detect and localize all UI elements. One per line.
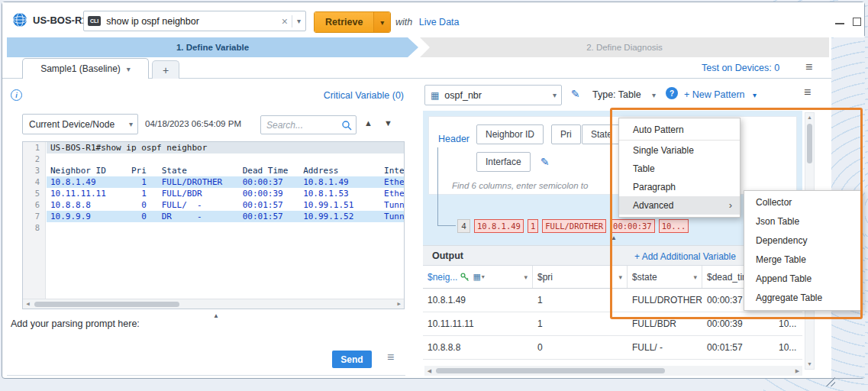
info-icon[interactable]: i — [11, 89, 22, 101]
menu-item-table[interactable]: Table — [619, 160, 740, 178]
search-input[interactable] — [261, 120, 341, 131]
matched-cell[interactable]: 10.8.1.49 — [474, 219, 524, 233]
add-sample-tab-button[interactable]: + — [152, 60, 179, 79]
pattern-menu-icon[interactable]: ≡ — [804, 86, 811, 99]
key-grid-chevron-icon[interactable]: ▾ — [482, 273, 485, 280]
edit-variable-pencil-icon[interactable]: ✎ — [571, 88, 580, 100]
menu-item-paragraph[interactable]: Paragraph — [619, 178, 740, 196]
variable-select-chevron-icon[interactable]: ▾ — [548, 91, 561, 99]
command-combobox[interactable]: CLI show ip ospf neighbor × ▾ — [83, 11, 306, 31]
edit-columns-pencil-icon[interactable]: ✎ — [540, 156, 550, 168]
maximize-icon[interactable] — [853, 18, 861, 26]
retrieve-split-button[interactable]: Retrieve ▾ — [314, 11, 391, 33]
table-row[interactable]: 10.8.8.8 0 FULL/ - 00:01:57 10... — [423, 336, 802, 360]
new-pattern-chevron-icon[interactable]: ▾ — [753, 91, 757, 99]
key-table-grid-icon[interactable]: ▦ — [473, 272, 480, 282]
code-line[interactable]: US-BOS-R1#show ip ospf neighbor — [47, 142, 404, 153]
retrieve-dropdown-chevron-icon[interactable]: ▾ — [373, 12, 390, 32]
column-chevron-icon[interactable]: ▾ — [524, 273, 528, 281]
menu-item-auto-pattern[interactable]: Auto Pattern — [619, 121, 740, 139]
search-icon[interactable] — [341, 120, 352, 131]
code-line[interactable]: Neighbor ID Pri State Dead Time Address … — [47, 165, 404, 176]
pattern-collapse-handle[interactable]: ▲ — [611, 234, 617, 241]
sample-tab-bar: Sample1 (Baseline) ▾ + Test on Devices: … — [2, 57, 831, 79]
scroll-right-icon[interactable]: ▶ — [792, 366, 802, 376]
cell-pri: 1 — [533, 289, 628, 312]
code-line[interactable]: 10.11.11.11 1 FULL/BDR 00:00:39 10.8.1.5… — [47, 188, 404, 199]
minimize-icon[interactable] — [835, 23, 844, 24]
critical-variable-link[interactable]: Critical Variable (0) — [324, 90, 404, 101]
table-row[interactable]: 10.11.11.11 1 FULL/BDR 00:00:39 10... — [423, 312, 802, 336]
column-button-neighbor-id[interactable]: Neighbor ID — [476, 124, 544, 144]
matched-cell[interactable]: 10... — [659, 219, 689, 233]
column-chevron-icon[interactable]: ▾ — [618, 273, 622, 281]
type-label: Type: Table — [592, 89, 641, 100]
output-horizontal-scrollbar[interactable]: ◀ ▶ — [424, 366, 802, 376]
menu-item-aggregate-table[interactable]: Aggregate Table — [744, 289, 861, 308]
column-header-state[interactable]: $state ▾ — [628, 266, 702, 288]
scroll-up-icon[interactable]: ▲ — [805, 113, 814, 122]
menu-item-single-variable[interactable]: Single Variable — [619, 141, 740, 160]
column-button-pri[interactable]: Pri — [551, 124, 581, 144]
type-chevron-icon[interactable]: ▾ — [652, 91, 656, 99]
sample-timestamp: 04/18/2023 06:54:09 PM — [145, 119, 241, 128]
column-header-neighbor[interactable]: $neig... ▦ ▾ ▾ — [423, 266, 533, 288]
scroll-right-icon[interactable]: ▶ — [394, 299, 404, 309]
live-data-link[interactable]: Live Data — [419, 17, 460, 27]
menu-item-dependency[interactable]: Dependency — [744, 231, 861, 250]
search-box[interactable] — [260, 115, 357, 134]
submenu-arrow-icon: › — [729, 196, 732, 215]
menu-item-advanced[interactable]: Advanced › — [619, 196, 740, 215]
scroll-left-icon[interactable]: ◀ — [424, 366, 434, 376]
matched-cell[interactable]: 00:00:37 — [610, 219, 655, 233]
variable-select[interactable]: ▦ ospf_nbr ▾ — [424, 85, 562, 105]
device-node-select[interactable]: Current Device/Node ▾ — [22, 114, 138, 134]
menu-item-json-table[interactable]: Json Table — [744, 212, 861, 231]
cell-dead-time: 00:00:39 — [702, 312, 774, 335]
tab-row-menu-icon[interactable]: ≡ — [805, 60, 812, 74]
matched-line-number: 4 — [457, 219, 470, 233]
scroll-down-icon[interactable]: ▼ — [805, 360, 814, 369]
scrollbar-thumb[interactable] — [436, 368, 665, 373]
code-line[interactable]: 10.9.9.9 0 DR - 00:01:57 10.99.1.52 Tunn — [47, 211, 404, 222]
column-button-interface[interactable]: Interface — [476, 152, 531, 172]
clear-command-icon[interactable]: × — [278, 15, 292, 27]
column-chevron-icon[interactable]: ▾ — [693, 273, 697, 281]
help-icon[interactable]: ? — [666, 87, 678, 99]
menu-item-merge-table[interactable]: Merge Table — [744, 250, 861, 270]
tab-chevron-icon[interactable]: ▾ — [127, 65, 131, 73]
scrollbar-thumb[interactable] — [807, 124, 812, 163]
command-input[interactable]: show ip ospf neighbor — [106, 16, 278, 27]
matched-cell[interactable]: FULL/DROTHER — [542, 219, 606, 233]
scrollbar-thumb[interactable] — [34, 302, 179, 307]
code-line[interactable]: 10.8.1.49 1 FULL/DROTHER 00:00:37 10.8.1… — [47, 176, 404, 188]
code-line[interactable] — [47, 153, 404, 165]
device-node-chevron-icon[interactable]: ▾ — [124, 120, 137, 128]
matched-cell[interactable]: 1 — [528, 219, 538, 233]
editor-horizontal-scrollbar[interactable]: ◀ ▶ — [23, 299, 404, 309]
menu-item-append-table[interactable]: Append Table — [744, 270, 861, 289]
test-on-devices-link[interactable]: Test on Devices: 0 — [702, 63, 779, 73]
step-define-diagnosis[interactable]: 2. Define Diagnosis — [420, 37, 829, 57]
step-define-variable[interactable]: 1. Define Variable — [7, 37, 418, 57]
sample-output-editor[interactable]: 12 34 56 78 US-BOS-R1#show ip ospf neigh… — [22, 141, 405, 309]
scroll-left-icon[interactable]: ◀ — [23, 299, 33, 309]
retrieve-button[interactable]: Retrieve — [315, 12, 373, 32]
menu-item-collector[interactable]: Collector — [744, 193, 861, 212]
prompt-menu-icon[interactable]: ≡ — [387, 351, 394, 364]
cell-neighbor: 10.8.1.49 — [423, 289, 533, 312]
primary-key-icon — [460, 273, 469, 282]
send-button[interactable]: Send — [332, 351, 372, 368]
add-additional-variable-link[interactable]: + Add Additional Variable — [634, 251, 736, 262]
find-next-icon[interactable]: ▼ — [384, 118, 392, 128]
code-area[interactable]: US-BOS-R1#show ip ospf neighbor Neighbor… — [47, 142, 404, 299]
tab-sample1-baseline[interactable]: Sample1 (Baseline) ▾ — [22, 58, 149, 79]
code-line[interactable] — [47, 222, 404, 234]
new-pattern-link[interactable]: + New Pattern — [684, 89, 745, 100]
column-header-pri[interactable]: $pri ▾ — [533, 266, 628, 288]
find-previous-icon[interactable]: ▲ — [364, 118, 373, 128]
command-dropdown-chevron-icon[interactable]: ▾ — [292, 17, 305, 25]
column-button-state[interactable]: State — [582, 124, 621, 144]
editor-collapse-handle[interactable]: ▲ — [213, 312, 219, 319]
code-line[interactable]: 10.8.8.8 0 FULL/ - 00:01:57 10.99.1.51 T… — [47, 199, 404, 211]
